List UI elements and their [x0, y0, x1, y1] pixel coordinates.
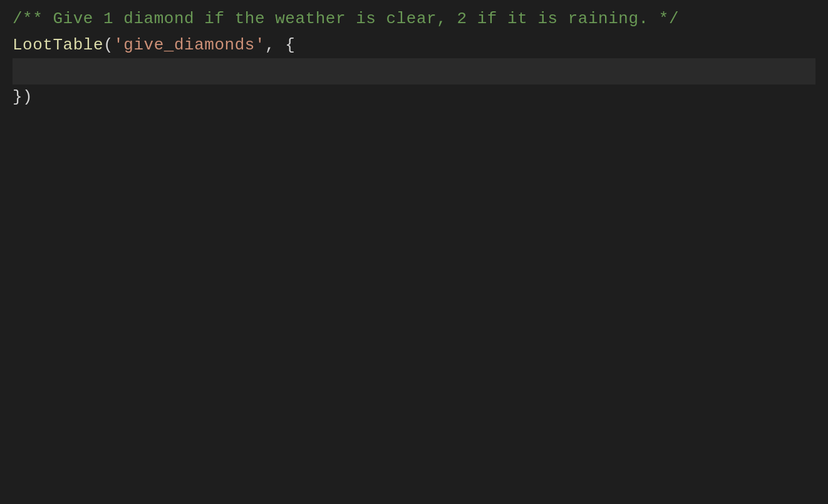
code-editor[interactable]: /** Give 1 diamond if the weather is cle… — [0, 0, 828, 504]
code-line-2: LootTable('give_diamonds', { — [13, 33, 815, 59]
code-line-3 — [13, 58, 815, 85]
code-line-1: /** Give 1 diamond if the weather is cle… — [13, 6, 815, 33]
code-line-4: }) — [13, 85, 815, 111]
